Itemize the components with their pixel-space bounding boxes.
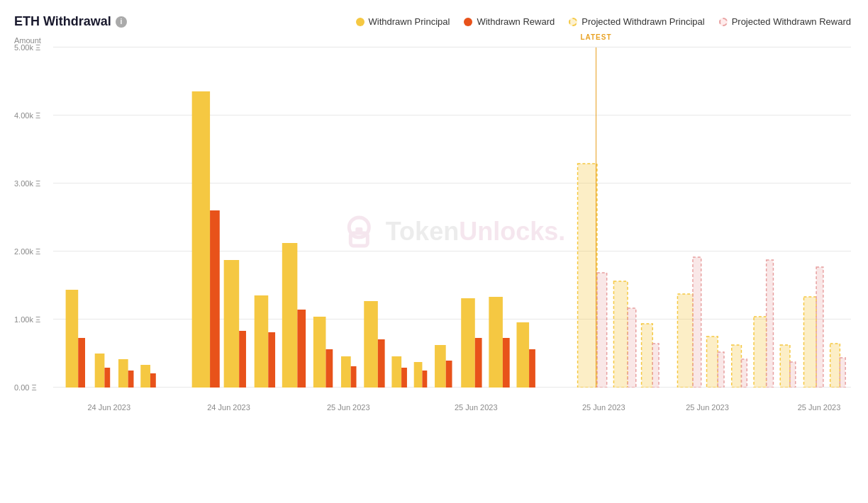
bar [78,338,85,388]
proj-bar [677,294,693,388]
y-tick-3k: 3.00k Ξ [14,179,40,188]
bar [503,338,510,388]
x-label-4: 25 Jun 2023 [455,403,498,412]
latest-line: LATEST [596,47,596,388]
y-tick-5k: 5.00k Ξ [14,43,40,52]
legend-withdrawn-principal: Withdrawn Principal [356,16,450,27]
proj-bar [803,297,816,388]
proj-bar [732,345,742,388]
bar [435,345,446,388]
x-label-2: 24 Jun 2023 [207,403,250,412]
proj-bar [578,164,597,388]
proj-bar [830,344,840,388]
proj-bar [613,281,628,388]
bar [104,368,110,388]
bar [378,339,385,388]
proj-bar [767,260,774,388]
proj-bar [707,337,718,388]
x-label-5: 25 Jun 2023 [582,403,625,412]
proj-bar [652,344,659,388]
proj-bar [741,359,747,388]
bar [341,356,351,388]
bar [489,297,503,388]
bar [210,210,220,388]
legend-dot-projected-principal [569,18,577,26]
y-tick-2k: 2.00k Ξ [14,247,40,256]
legend-label-projected-reward: Projected Withdrawn Reward [732,16,851,27]
bar [118,359,128,388]
bar [95,354,105,388]
bars-svg [53,47,851,388]
bar [516,322,529,388]
x-label-1: 24 Jun 2023 [87,403,130,412]
bar [391,356,401,388]
bar [239,331,246,388]
bar [150,373,156,388]
bar [326,349,333,388]
proj-bar [597,273,607,388]
bar [364,301,378,388]
chart-header: ETH Withdrawal i Withdrawn Principal Wit… [14,14,851,29]
legend-withdrawn-reward: Withdrawn Reward [464,16,555,27]
bar [66,290,79,388]
proj-bar [790,362,796,388]
legend: Withdrawn Principal Withdrawn Reward Pro… [356,16,851,27]
info-icon[interactable]: i [116,16,127,28]
legend-label-withdrawn-principal: Withdrawn Principal [369,16,450,27]
chart-container: ETH Withdrawal i Withdrawn Principal Wit… [0,0,868,503]
bar [224,260,240,388]
bar [128,371,134,388]
y-tick-1k: 1.00k Ξ [14,315,40,324]
proj-bar [816,267,823,388]
chart-area: Amount 5.00k Ξ 4.00k Ξ 3.00k Ξ 2.00k Ξ 1… [14,36,851,447]
bar [529,349,535,388]
legend-dot-withdrawn-principal [356,18,365,26]
x-label-7: 25 Jun 2023 [798,403,841,412]
x-axis: 24 Jun 2023 24 Jun 2023 25 Jun 2023 25 J… [53,388,851,416]
proj-bar [754,317,767,388]
legend-projected-principal: Projected Withdrawn Principal [569,16,704,27]
latest-label: LATEST [580,33,611,41]
legend-dot-projected-reward [719,18,728,26]
proj-bar [642,324,653,388]
y-tick-4k: 4.00k Ξ [14,111,40,120]
y-axis-label: Amount [14,36,851,45]
proj-bar [780,345,790,388]
bar [313,317,326,388]
bar [192,91,210,388]
proj-bar [840,358,845,388]
proj-bar [718,352,724,388]
bar [401,368,407,388]
x-label-6: 25 Jun 2023 [686,403,729,412]
bar [475,338,482,388]
legend-projected-reward: Projected Withdrawn Reward [719,16,851,27]
chart-title: ETH Withdrawal i [14,14,127,29]
proj-bar [628,308,636,388]
chart-inner: TokenUnlocks. LATEST [53,47,851,416]
bar [446,361,452,388]
x-label-3: 25 Jun 2023 [327,403,370,412]
bar [297,310,306,388]
title-text: ETH Withdrawal [14,14,111,29]
bar [140,365,150,388]
proj-bar [693,257,701,388]
y-tick-0: 0.00 Ξ [14,383,37,392]
legend-label-withdrawn-reward: Withdrawn Reward [477,16,555,27]
bar [268,332,275,388]
bar [255,295,269,388]
bar [351,366,357,388]
legend-label-projected-principal: Projected Withdrawn Principal [582,16,704,27]
bar [422,371,427,388]
bar [461,298,475,388]
legend-dot-withdrawn-reward [464,18,472,26]
bar [414,362,423,388]
bar [282,243,298,388]
